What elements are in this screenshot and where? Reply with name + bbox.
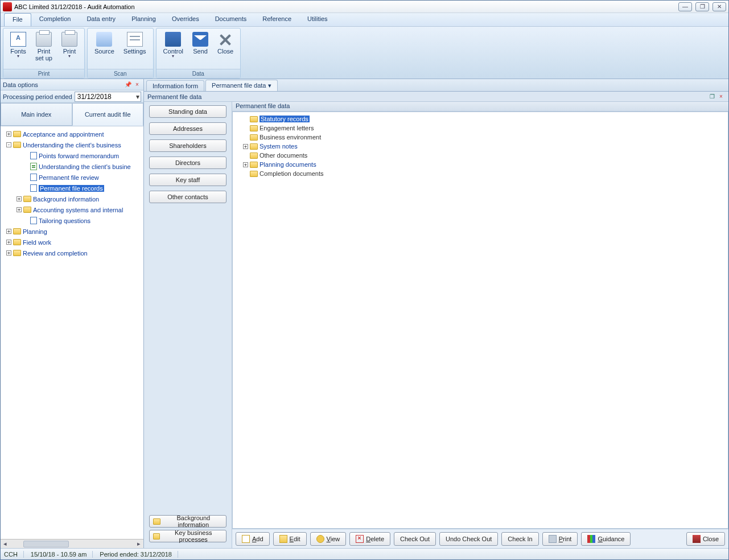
- btn-guidance[interactable]: Guidance: [581, 532, 631, 546]
- folder-item[interactable]: Statutory records: [260, 116, 310, 122]
- btn-other-contacts[interactable]: Other contacts: [149, 191, 226, 203]
- tab-permanent-file-data[interactable]: Permanent file data▾: [205, 80, 278, 91]
- folder-icon: [250, 171, 258, 177]
- tree-expander[interactable]: -: [6, 142, 11, 147]
- ribbon-group-data-label: Data: [156, 69, 241, 78]
- folder-item[interactable]: Planning documents: [260, 161, 316, 168]
- tree-expander[interactable]: +: [243, 144, 248, 149]
- folder-item[interactable]: Completion documents: [260, 170, 324, 177]
- tree-expander[interactable]: +: [6, 131, 11, 137]
- btn-add[interactable]: Add: [236, 532, 270, 546]
- menu-file[interactable]: File: [4, 13, 31, 26]
- close-window-button[interactable]: ✕: [712, 2, 726, 11]
- btn-delete[interactable]: Delete: [349, 532, 390, 546]
- menu-reference[interactable]: Reference: [254, 13, 299, 26]
- folder-item[interactable]: Other documents: [260, 152, 307, 159]
- close-panel-icon[interactable]: ×: [133, 81, 141, 89]
- ribbon-close[interactable]: Close: [213, 30, 238, 68]
- tree-expander[interactable]: +: [17, 207, 22, 212]
- folder-item[interactable]: Engagement letters: [260, 125, 314, 131]
- tree-h-scrollbar[interactable]: ◂▸: [1, 539, 143, 548]
- ribbon: Fonts Print set up Print Print Source Se…: [1, 27, 728, 79]
- add-icon: [242, 535, 250, 543]
- right-panel: Information form Permanent file data▾ Pe…: [144, 79, 728, 548]
- sub-header-title: Permanent file data: [147, 93, 201, 100]
- btn-background-info[interactable]: Background information: [149, 515, 226, 528]
- tree-item[interactable]: Permanent file review: [39, 174, 99, 181]
- tree-item[interactable]: Understanding the client's busine: [39, 163, 131, 170]
- btn-print[interactable]: Print: [542, 532, 578, 546]
- ribbon-source[interactable]: Source: [90, 30, 119, 68]
- tree-item[interactable]: Planning: [23, 228, 47, 235]
- btn-edit[interactable]: Edit: [273, 532, 307, 546]
- status-company: CCH: [3, 551, 24, 558]
- folder-icon: [250, 125, 258, 131]
- folder-icon: [13, 142, 21, 148]
- ribbon-fonts[interactable]: Fonts: [6, 30, 31, 68]
- btn-key-business-processes[interactable]: Key business processes: [149, 530, 226, 542]
- ribbon-send[interactable]: Send: [188, 30, 213, 68]
- folder-icon: [250, 153, 258, 159]
- menu-bar: File Completion Data entry Planning Over…: [1, 13, 728, 27]
- tree-expander[interactable]: +: [6, 229, 11, 234]
- menu-planning[interactable]: Planning: [123, 13, 164, 26]
- tree-expander[interactable]: +: [243, 162, 248, 167]
- ribbon-print-setup[interactable]: Print set up: [31, 30, 57, 68]
- btn-view[interactable]: View: [310, 532, 347, 546]
- button-column: Standing data Addresses Shareholders Dir…: [144, 102, 232, 548]
- close-sub-icon[interactable]: ×: [717, 93, 725, 101]
- btn-shareholders[interactable]: Shareholders: [149, 139, 226, 152]
- tree-item[interactable]: Understanding the client's business: [23, 142, 121, 149]
- left-panel: Data options 📌 × Processing period ended…: [1, 79, 144, 548]
- tree-item[interactable]: Acceptance and appointment: [23, 131, 104, 138]
- bluedoc-icon: [30, 174, 37, 181]
- left-panel-header: Data options 📌 ×: [1, 79, 143, 90]
- close-icon: [217, 32, 233, 47]
- tree-item[interactable]: Field work: [23, 239, 51, 246]
- period-dropdown[interactable]: 31/12/2018: [75, 92, 141, 102]
- maximize-button[interactable]: ❐: [695, 2, 709, 11]
- settings-icon: [127, 32, 143, 47]
- folder-icon: [13, 228, 21, 234]
- tree-item[interactable]: Permanent file records: [39, 185, 104, 192]
- tree-item[interactable]: Background information: [33, 196, 99, 203]
- tree-item[interactable]: Points forward memorandum: [39, 153, 119, 159]
- tab-information-form[interactable]: Information form: [146, 80, 204, 91]
- tree-expander[interactable]: +: [17, 196, 22, 201]
- menu-documents[interactable]: Documents: [207, 13, 255, 26]
- tree-item[interactable]: Accounting systems and internal: [33, 207, 123, 213]
- tree-expander[interactable]: +: [6, 250, 11, 256]
- tab-current-audit-file[interactable]: Current audit file: [72, 103, 144, 126]
- folder-icon: [13, 131, 21, 137]
- ribbon-settings[interactable]: Settings: [119, 30, 151, 68]
- tab-main-index[interactable]: Main index: [1, 103, 72, 126]
- minimize-button[interactable]: —: [678, 2, 692, 11]
- btn-close[interactable]: Close: [686, 532, 725, 546]
- restore-icon[interactable]: ❐: [708, 93, 716, 101]
- btn-undo-check-out[interactable]: Undo Check Out: [439, 532, 498, 546]
- folder-item[interactable]: System notes: [260, 143, 298, 150]
- tree-item[interactable]: Review and completion: [23, 250, 88, 257]
- left-panel-title: Data options: [3, 81, 38, 88]
- pin-icon[interactable]: 📌: [124, 81, 132, 89]
- btn-check-out[interactable]: Check Out: [394, 532, 436, 546]
- tree-expander[interactable]: +: [6, 240, 11, 245]
- ribbon-print[interactable]: Print: [57, 30, 82, 68]
- menu-utilities[interactable]: Utilities: [299, 13, 335, 26]
- menu-completion[interactable]: Completion: [31, 13, 79, 26]
- menu-data-entry[interactable]: Data entry: [79, 13, 123, 26]
- delete-icon: [356, 535, 364, 543]
- btn-key-staff[interactable]: Key staff: [149, 174, 226, 186]
- tree-item[interactable]: Tailoring questions: [39, 217, 90, 224]
- btn-standing-data[interactable]: Standing data: [149, 105, 226, 118]
- app-icon: [3, 2, 12, 11]
- btn-directors[interactable]: Directors: [149, 157, 226, 169]
- period-row: Processing period ended 31/12/2018: [1, 90, 143, 103]
- btn-addresses[interactable]: Addresses: [149, 122, 226, 135]
- ribbon-group-scan: Source Settings Scan: [87, 28, 154, 79]
- btn-check-in[interactable]: Check In: [501, 532, 538, 546]
- menu-overrides[interactable]: Overrides: [164, 13, 207, 26]
- folder-item[interactable]: Business environment: [260, 134, 321, 141]
- ribbon-control[interactable]: Control: [159, 30, 188, 68]
- doc-icon: [30, 163, 37, 170]
